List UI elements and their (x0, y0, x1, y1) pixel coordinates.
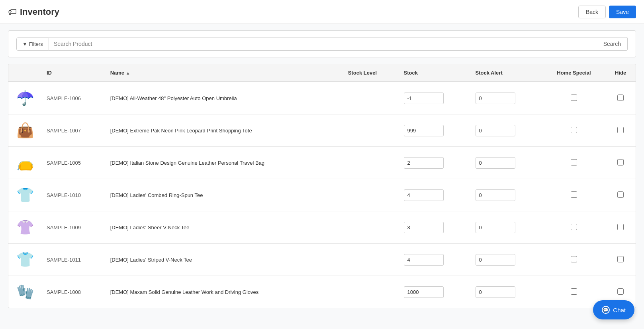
home-special-checkbox[interactable] (571, 95, 577, 101)
stock-alert-input[interactable] (476, 222, 515, 233)
filter-button[interactable]: ▼ Filters (16, 37, 49, 51)
hide-checkbox[interactable] (617, 127, 624, 133)
search-button[interactable]: Search (597, 37, 628, 51)
stock-alert-input[interactable] (476, 189, 515, 201)
stock-input[interactable] (404, 93, 444, 104)
chat-button[interactable]: 💬 Chat (593, 300, 634, 315)
stock-cell[interactable] (399, 179, 471, 211)
stock-input[interactable] (404, 189, 444, 201)
hide-cell[interactable] (605, 147, 636, 179)
product-name: [DEMO] All-Weather 48" Polyester Auto Op… (106, 82, 343, 114)
stock-input[interactable] (404, 222, 444, 233)
col-header-name[interactable]: Name ▲ (106, 64, 343, 82)
table-row: 👜 SAMPLE-1007 [DEMO] Extreme Pak Neon Pi… (8, 114, 636, 147)
table-header-row: ID Name ▲ Stock Level Stock Stock Alert … (8, 64, 636, 82)
stock-cell[interactable] (399, 276, 471, 308)
product-image: 👕 (13, 183, 37, 207)
col-header-stock-alert: Stock Alert (471, 64, 542, 82)
search-input[interactable] (49, 37, 597, 51)
save-button[interactable]: Save (609, 6, 636, 18)
hide-cell[interactable] (605, 211, 636, 244)
hide-checkbox[interactable] (617, 224, 624, 230)
stock-alert-cell[interactable] (471, 211, 542, 244)
stock-alert-input[interactable] (476, 286, 515, 298)
product-image: ☂️ (13, 86, 37, 110)
chat-label: Chat (613, 307, 626, 313)
stock-level-cell (343, 179, 399, 211)
product-id: SAMPLE-1009 (42, 211, 106, 244)
stock-cell[interactable] (399, 147, 471, 179)
product-image-cell: 👚 (8, 211, 42, 244)
hide-checkbox[interactable] (617, 95, 624, 101)
hide-checkbox[interactable] (617, 288, 624, 295)
product-name: [DEMO] Ladies' Striped V-Neck Tee (106, 244, 343, 276)
stock-input[interactable] (404, 254, 444, 266)
home-special-cell[interactable] (542, 244, 606, 276)
product-image: 👜 (13, 118, 37, 142)
hide-checkbox[interactable] (617, 159, 624, 165)
stock-level-cell (343, 82, 399, 114)
home-special-checkbox[interactable] (571, 256, 577, 262)
table-row: 👕 SAMPLE-1010 [DEMO] Ladies' Combed Ring… (8, 179, 636, 211)
hide-cell[interactable] (605, 82, 636, 114)
stock-input[interactable] (404, 125, 444, 136)
stock-alert-input[interactable] (476, 157, 515, 169)
header: 🏷 Inventory Back Save (0, 0, 644, 24)
page-title: Inventory (20, 7, 59, 17)
hide-cell[interactable] (605, 114, 636, 147)
chat-bubble-icon: 💬 (602, 306, 610, 314)
home-special-checkbox[interactable] (571, 224, 577, 230)
product-image: 👝 (13, 151, 37, 175)
hide-cell[interactable] (605, 179, 636, 211)
search-bar: ▼ Filters Search (16, 37, 628, 51)
stock-alert-cell[interactable] (471, 147, 542, 179)
table-row: 👝 SAMPLE-1005 [DEMO] Italian Stone Desig… (8, 147, 636, 179)
stock-input[interactable] (404, 157, 444, 169)
home-special-cell[interactable] (542, 179, 606, 211)
home-special-cell[interactable] (542, 211, 606, 244)
product-id: SAMPLE-1008 (42, 276, 106, 308)
stock-alert-input[interactable] (476, 254, 515, 266)
tag-icon: 🏷 (8, 7, 17, 17)
product-image: 🧤 (13, 280, 37, 304)
home-special-checkbox[interactable] (571, 288, 577, 295)
stock-alert-cell[interactable] (471, 276, 542, 308)
stock-alert-cell[interactable] (471, 114, 542, 147)
inventory-table-container: ID Name ▲ Stock Level Stock Stock Alert … (8, 64, 636, 308)
home-special-cell[interactable] (542, 114, 606, 147)
stock-alert-cell[interactable] (471, 82, 542, 114)
col-header-id[interactable]: ID (42, 64, 106, 82)
inventory-table: ID Name ▲ Stock Level Stock Stock Alert … (8, 64, 636, 308)
home-special-cell[interactable] (542, 82, 606, 114)
stock-cell[interactable] (399, 244, 471, 276)
hide-cell[interactable] (605, 244, 636, 276)
product-image: 👕 (13, 248, 37, 272)
product-name: [DEMO] Maxam Solid Genuine Leather Work … (106, 276, 343, 308)
stock-alert-cell[interactable] (471, 244, 542, 276)
home-special-checkbox[interactable] (571, 191, 577, 198)
hide-checkbox[interactable] (617, 191, 624, 198)
back-button[interactable]: Back (578, 6, 606, 18)
hide-checkbox[interactable] (617, 256, 624, 262)
stock-cell[interactable] (399, 82, 471, 114)
home-special-checkbox[interactable] (571, 127, 577, 133)
stock-level-cell (343, 244, 399, 276)
home-special-checkbox[interactable] (571, 159, 577, 165)
col-header-image (8, 64, 42, 82)
stock-cell[interactable] (399, 114, 471, 147)
stock-alert-cell[interactable] (471, 179, 542, 211)
table-row: 👕 SAMPLE-1011 [DEMO] Ladies' Striped V-N… (8, 244, 636, 276)
stock-cell[interactable] (399, 211, 471, 244)
home-special-cell[interactable] (542, 147, 606, 179)
col-header-stock: Stock (399, 64, 471, 82)
product-name: [DEMO] Italian Stone Design Genuine Leat… (106, 147, 343, 179)
header-actions: Back Save (578, 6, 636, 18)
stock-input[interactable] (404, 286, 444, 298)
stock-alert-input[interactable] (476, 125, 515, 136)
stock-alert-input[interactable] (476, 93, 515, 104)
product-name: [DEMO] Ladies' Sheer V-Neck Tee (106, 211, 343, 244)
header-left: 🏷 Inventory (8, 7, 59, 17)
stock-level-cell (343, 147, 399, 179)
product-image-cell: 👝 (8, 147, 42, 179)
stock-level-cell (343, 276, 399, 308)
